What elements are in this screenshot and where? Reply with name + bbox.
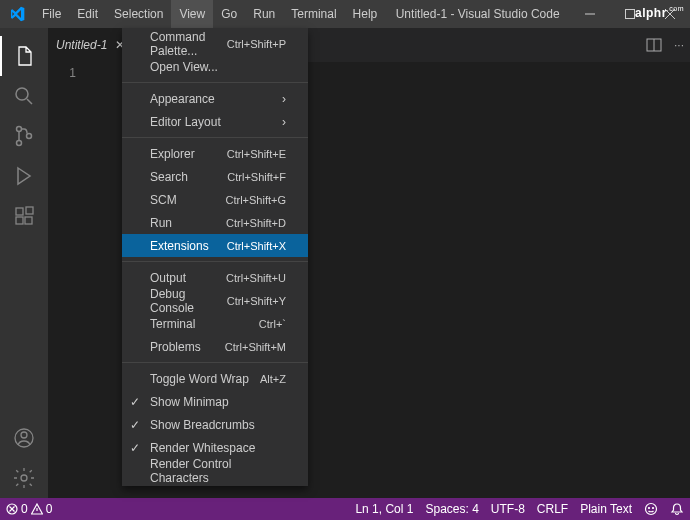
check-icon: ✓ [130,418,140,432]
svg-rect-1 [626,10,635,19]
status-eol[interactable]: CRLF [531,502,574,516]
svg-point-23 [649,508,650,509]
menu-terminal[interactable]: Terminal [283,0,344,28]
svg-point-14 [21,432,27,438]
search-icon[interactable] [0,76,48,116]
menu-show-breadcrumbs[interactable]: ✓Show Breadcrumbs [122,413,308,436]
run-debug-icon[interactable] [0,156,48,196]
menu-run-view[interactable]: RunCtrl+Shift+D [122,211,308,234]
menu-help[interactable]: Help [345,0,386,28]
status-problems[interactable]: 0 0 [0,502,58,516]
menu-bar: File Edit Selection View Go Run Terminal… [34,0,385,28]
menu-file[interactable]: File [34,0,69,28]
menu-search[interactable]: SearchCtrl+Shift+F [122,165,308,188]
menu-extensions[interactable]: ExtensionsCtrl+Shift+X [122,234,308,257]
menu-editor-layout[interactable]: Editor Layout› [122,110,308,133]
svg-rect-12 [26,207,33,214]
chevron-right-icon: › [282,115,286,129]
menu-view[interactable]: View [171,0,213,28]
svg-rect-9 [16,208,23,215]
svg-point-6 [17,127,22,132]
svg-point-8 [27,134,32,139]
status-bar: 0 0 Ln 1, Col 1 Spaces: 4 UTF-8 CRLF Pla… [0,498,690,520]
status-indentation[interactable]: Spaces: 4 [419,502,484,516]
tab-label: Untitled-1 [56,38,107,52]
svg-point-22 [646,504,657,515]
vscode-icon [0,6,34,22]
status-feedback-icon[interactable] [638,502,664,516]
menu-open-view[interactable]: Open View... [122,55,308,78]
svg-point-24 [653,508,654,509]
svg-point-15 [21,475,27,481]
status-notifications-icon[interactable] [664,502,690,516]
activity-bar [0,28,48,498]
menu-debug-console[interactable]: Debug ConsoleCtrl+Shift+Y [122,289,308,312]
menu-run[interactable]: Run [245,0,283,28]
status-language[interactable]: Plain Text [574,502,638,516]
svg-line-5 [27,99,32,104]
view-menu-dropdown: Command Palette...Ctrl+Shift+P Open View… [122,28,308,486]
menu-toggle-word-wrap[interactable]: Toggle Word WrapAlt+Z [122,367,308,390]
source-control-icon[interactable] [0,116,48,156]
chevron-right-icon: › [282,92,286,106]
settings-gear-icon[interactable] [0,458,48,498]
accounts-icon[interactable] [0,418,48,458]
titlebar: File Edit Selection View Go Run Terminal… [0,0,690,28]
alphr-logo: alphr.com [635,4,684,20]
more-actions-icon[interactable]: ··· [674,38,684,52]
extensions-icon[interactable] [0,196,48,236]
menu-go[interactable]: Go [213,0,245,28]
svg-rect-11 [25,217,32,224]
explorer-icon[interactable] [0,36,48,76]
split-editor-icon[interactable] [646,37,662,53]
window-title: Untitled-1 - Visual Studio Code [385,7,570,21]
check-icon: ✓ [130,441,140,455]
menu-problems[interactable]: ProblemsCtrl+Shift+M [122,335,308,358]
svg-point-7 [17,141,22,146]
menu-scm[interactable]: SCMCtrl+Shift+G [122,188,308,211]
menu-command-palette[interactable]: Command Palette...Ctrl+Shift+P [122,32,308,55]
svg-point-4 [16,88,28,100]
check-icon: ✓ [130,395,140,409]
menu-render-control-characters[interactable]: Render Control Characters [122,459,308,482]
menu-explorer[interactable]: ExplorerCtrl+Shift+E [122,142,308,165]
status-encoding[interactable]: UTF-8 [485,502,531,516]
svg-rect-10 [16,217,23,224]
line-gutter: 1 [48,62,88,498]
menu-appearance[interactable]: Appearance› [122,87,308,110]
minimize-button[interactable] [570,0,610,28]
menu-selection[interactable]: Selection [106,0,171,28]
menu-edit[interactable]: Edit [69,0,106,28]
status-line-col[interactable]: Ln 1, Col 1 [349,502,419,516]
menu-show-minimap[interactable]: ✓Show Minimap [122,390,308,413]
menu-terminal-view[interactable]: TerminalCtrl+` [122,312,308,335]
